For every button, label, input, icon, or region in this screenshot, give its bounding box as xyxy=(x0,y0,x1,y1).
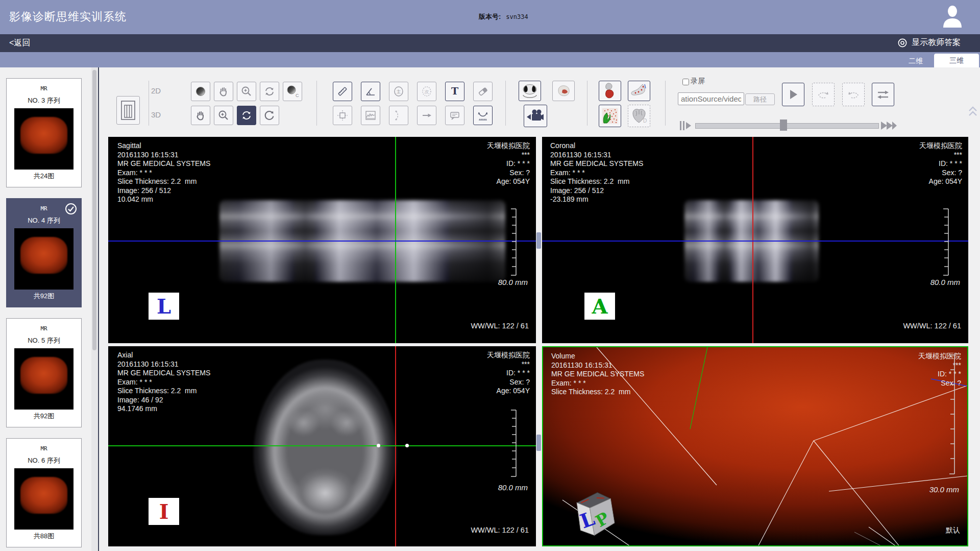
viewport-volume-3d[interactable]: Volume20161130 16:15:31MR GE MEDICAL SYS… xyxy=(542,346,968,546)
sagittal-info-right: 天堰模拟医院***ID: * * *Sex: ?Age: 054Y xyxy=(487,141,530,186)
pan-2d-button[interactable] xyxy=(214,82,233,101)
orientation-cube[interactable]: L P xyxy=(570,486,623,541)
volume-info-left: Volume20161130 16:15:31MR GE MEDICAL SYS… xyxy=(551,352,644,397)
skull-3d-button[interactable] xyxy=(552,81,575,101)
ruler-measure-button[interactable] xyxy=(333,82,352,101)
user-avatar-button[interactable] xyxy=(941,4,964,32)
coronal-info-right: 天堰模拟医院***ID: * * *Sex: ?Age: 054Y xyxy=(919,141,962,186)
pan-3d-button[interactable] xyxy=(191,106,210,125)
app-header: 影像诊断思维实训系统 版本号:svn334 xyxy=(0,0,980,34)
sagittal-crosshair-vertical-green[interactable] xyxy=(395,137,396,343)
series-thumbnail-image xyxy=(14,228,74,290)
splitter-handle-bottom[interactable] xyxy=(536,435,541,451)
animation-slider-thumb[interactable] xyxy=(780,119,787,131)
viewport-coronal[interactable]: Coronal20161130 16:15:31MR GE MEDICAL SY… xyxy=(542,137,968,343)
path-button[interactable]: 路径 xyxy=(745,93,775,105)
series-card-3[interactable]: MR NO. 3 序列 共24图 xyxy=(6,78,82,187)
viewport-axial[interactable]: Axial20161130 16:15:31MR GE MEDICAL SYST… xyxy=(108,346,536,546)
window-level-reset-icon: C xyxy=(286,85,299,98)
tab-2d[interactable]: 二维 xyxy=(901,55,930,67)
splitter-handle-top[interactable] xyxy=(536,232,541,249)
angle-measure-button[interactable] xyxy=(361,82,380,101)
series-card-5[interactable]: MR NO. 5 序列 共92图 xyxy=(6,318,82,427)
collapse-toolbar-button[interactable] xyxy=(968,105,978,119)
show-teacher-answer-button[interactable]: 显示教师答案 xyxy=(897,37,961,48)
reset-rotation-icon xyxy=(263,109,276,122)
segmentation-button[interactable] xyxy=(599,105,621,127)
series-card-4-selected[interactable]: MR NO. 4 序列 共92图 xyxy=(6,198,82,307)
coronal-scale-label: 80.0 mm xyxy=(930,278,960,286)
sidebar-scrollbar-thumb[interactable] xyxy=(92,70,96,350)
series-name: NO. 6 序列 xyxy=(28,456,60,465)
video-path-input[interactable] xyxy=(678,92,744,105)
reset-3d-button[interactable] xyxy=(260,106,279,125)
window-level-reset-button[interactable]: C xyxy=(283,82,302,101)
axial-crosshair-vertical-red[interactable] xyxy=(395,346,396,546)
series-thumbnail-image xyxy=(14,348,74,410)
series-image-count: 共88图 xyxy=(34,532,54,541)
primary-mark-button[interactable]: 主 xyxy=(389,82,408,101)
hand-icon xyxy=(194,109,207,122)
record-animation-button[interactable] xyxy=(524,105,547,127)
primary-circle-icon: 主 xyxy=(392,85,405,98)
arc-measure-button[interactable] xyxy=(389,106,408,125)
record-screen-checkbox[interactable] xyxy=(682,79,689,85)
foot-preset-button[interactable] xyxy=(628,81,650,101)
secondary-mark-button[interactable]: 次 xyxy=(417,82,436,101)
show-teacher-answer-label: 显示教师答案 xyxy=(912,37,961,48)
toolbar-divider xyxy=(665,81,666,126)
axial-info-right: 天堰模拟医院***ID: * * *Sex: ?Age: 054Y xyxy=(487,351,530,396)
back-button[interactable]: <返回 xyxy=(9,38,30,49)
knee-preset-button[interactable] xyxy=(599,81,621,101)
histogram-button[interactable] xyxy=(361,106,380,125)
slider-step-start-button[interactable] xyxy=(679,119,692,134)
zoom-3d-button[interactable] xyxy=(214,106,233,125)
viewport-sagittal[interactable]: Sagittal20161130 16:15:31MR GE MEDICAL S… xyxy=(108,137,536,343)
animation-slider-track[interactable] xyxy=(695,123,879,129)
heart-preset-button[interactable]: D xyxy=(628,105,650,127)
loop-cw-button[interactable] xyxy=(812,83,835,106)
sagittal-info-left: Sagittal20161130 16:15:31MR GE MEDICAL S… xyxy=(117,141,210,204)
slider-fast-forward-button[interactable] xyxy=(880,119,897,134)
window-level-2d-button[interactable] xyxy=(191,82,210,101)
series-image-count: 共24图 xyxy=(34,172,54,181)
coronal-orientation-marker: A xyxy=(584,293,615,320)
series-card-6[interactable]: MR NO. 6 序列 共88图 xyxy=(6,438,82,547)
record-screen-label: 录屏 xyxy=(691,77,705,86)
tab-3d[interactable]: 三维 xyxy=(934,54,979,67)
coronal-crosshair-vertical-red[interactable] xyxy=(752,137,753,343)
volume-scale-ruler xyxy=(947,354,957,474)
knee-bone-icon xyxy=(602,83,618,99)
roi-box-button[interactable] xyxy=(333,106,352,125)
angle-icon xyxy=(364,85,377,98)
lung-window-button[interactable] xyxy=(519,81,541,101)
axial-crosshair-horizontal-green[interactable] xyxy=(108,445,536,446)
play-animation-button[interactable] xyxy=(782,83,804,106)
eraser-button[interactable] xyxy=(473,82,493,101)
loop-ccw-button[interactable] xyxy=(842,83,865,106)
spline-measure-button[interactable] xyxy=(473,106,493,125)
sagittal-crosshair-horizontal-blue[interactable] xyxy=(108,241,536,242)
series-modality: MR xyxy=(40,445,47,452)
rotate-3d-button-active[interactable] xyxy=(237,106,256,125)
coronal-crosshair-horizontal-blue[interactable] xyxy=(542,241,968,242)
heart-icon: D xyxy=(631,108,647,124)
version-info: 版本号:svn334 xyxy=(479,12,528,21)
comment-icon xyxy=(449,109,461,122)
zoom-2d-button[interactable] xyxy=(237,82,256,101)
series-image-count: 共92图 xyxy=(34,292,54,301)
sagittal-orientation-marker: L xyxy=(149,293,179,320)
version-value: svn334 xyxy=(506,13,528,20)
swap-direction-button[interactable] xyxy=(872,83,894,106)
layout-button[interactable] xyxy=(116,96,140,125)
fast-forward-icon xyxy=(880,119,897,132)
axial-orientation-marker: I xyxy=(149,498,179,525)
rotate-2d-button[interactable] xyxy=(260,82,279,101)
svg-text:T: T xyxy=(451,85,458,97)
sidebar-divider xyxy=(98,67,99,551)
axial-wwwl: WW/WL: 122 / 61 xyxy=(471,526,529,534)
volume-scale-label: 30.0 mm xyxy=(929,485,959,494)
comment-annotation-button[interactable] xyxy=(445,106,464,125)
arrow-annotation-button[interactable] xyxy=(417,106,436,125)
text-annotation-button[interactable]: T xyxy=(445,82,464,101)
